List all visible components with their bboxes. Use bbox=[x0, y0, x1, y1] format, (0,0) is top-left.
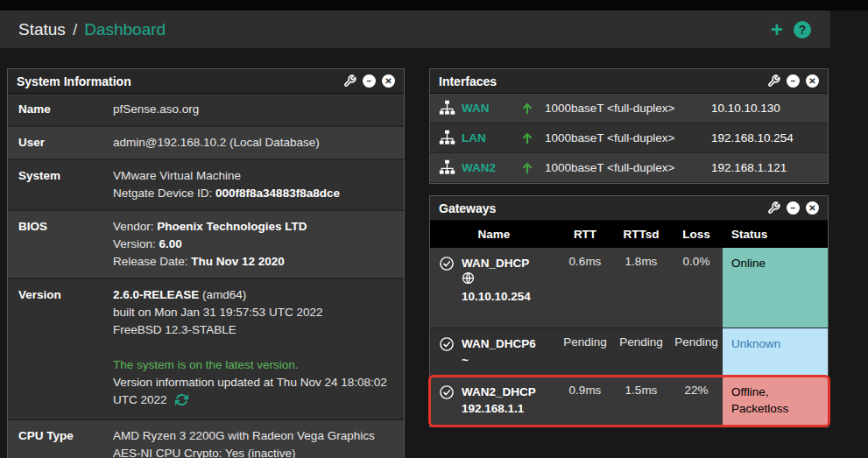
gateway-rtt: Pending bbox=[558, 328, 612, 376]
gateways-table-header: Name RTT RTTsd Loss Status bbox=[430, 221, 828, 248]
gateway-row-wan2-dhcp: WAN2_DHCP 192.168.1.1 0.9ms 1.5ms 22% Of… bbox=[430, 377, 828, 426]
check-circle-icon bbox=[430, 377, 462, 426]
sysinfo-row-bios: BIOS Vendor: Phoenix Technologies LTD Ve… bbox=[8, 211, 404, 279]
arrow-up-icon bbox=[510, 131, 545, 145]
row-value: AMD Ryzen 3 2200G with Radeon Vega Graph… bbox=[106, 420, 404, 458]
sysinfo-row-cpu: CPU Type AMD Ryzen 3 2200G with Radeon V… bbox=[8, 420, 404, 458]
interface-ip: 10.10.10.130 bbox=[711, 102, 819, 115]
sitemap-icon bbox=[439, 100, 456, 116]
gateway-name-cell: WAN2_DHCP 192.168.1.1 bbox=[462, 377, 558, 426]
gateways-header: Gateways − ✕ bbox=[430, 196, 828, 221]
gateway-status-badge: Unknown bbox=[723, 328, 828, 376]
interface-ip: 192.168.1.121 bbox=[711, 161, 819, 174]
interface-link-wan[interactable]: WAN bbox=[462, 102, 510, 115]
sysinfo-row-name: Name pfSense.aso.org bbox=[8, 94, 404, 127]
sysinfo-row-system: System VMware Virtual Machine Netgate De… bbox=[8, 160, 404, 211]
sysinfo-row-user: User admin@192.168.10.2 (Local Database) bbox=[8, 127, 404, 160]
refresh-icon[interactable] bbox=[175, 393, 188, 412]
gateway-rttsd: 1.5ms bbox=[612, 377, 670, 426]
row-value: Vendor: Phoenix Technologies LTD Version… bbox=[106, 211, 404, 278]
sysinfo-row-version: Version 2.6.0-RELEASE (amd64) built on M… bbox=[8, 279, 404, 420]
gateway-loss: 22% bbox=[670, 377, 723, 426]
interface-speed: 1000baseT <full-duplex> bbox=[545, 102, 711, 115]
breadcrumb-section-status[interactable]: Status bbox=[18, 20, 66, 39]
close-icon[interactable]: ✕ bbox=[382, 74, 395, 88]
row-value: VMware Virtual Machine Netgate Device ID… bbox=[106, 160, 404, 209]
gateway-status-badge: Online bbox=[723, 248, 828, 328]
interface-speed: 1000baseT <full-duplex> bbox=[545, 161, 711, 174]
column-header-rttsd: RTTsd bbox=[612, 228, 670, 241]
wrench-icon[interactable] bbox=[343, 74, 356, 88]
interface-link-wan2[interactable]: WAN2 bbox=[462, 161, 510, 174]
breadcrumb-separator: / bbox=[73, 20, 77, 39]
column-header-rtt: RTT bbox=[558, 228, 612, 241]
row-value: 2.6.0-RELEASE (amd64) built on Mon Jan 3… bbox=[106, 279, 404, 419]
breadcrumb: Status / Dashboard + ? bbox=[0, 11, 830, 48]
row-label: Version bbox=[8, 279, 106, 419]
wrench-icon[interactable] bbox=[767, 201, 780, 215]
check-circle-icon bbox=[430, 328, 462, 376]
gateway-row-wan-dhcp6: WAN_DHCP6 ~ Pending Pending Pending Unkn… bbox=[430, 328, 828, 377]
gateway-rttsd: Pending bbox=[612, 328, 670, 376]
system-information-panel: System Information − ✕ Name pfSense.aso.… bbox=[7, 68, 405, 458]
gateway-loss: Pending bbox=[670, 328, 723, 376]
column-header-name: Name bbox=[430, 228, 558, 241]
gateway-row-wan-dhcp: WAN_DHCP 10.10.10.254 0.6ms 1.8ms 0.0% O… bbox=[430, 248, 828, 328]
globe-icon bbox=[462, 271, 558, 288]
row-value: pfSense.aso.org bbox=[106, 94, 404, 125]
interface-row-lan: LAN 1000baseT <full-duplex> 192.168.10.2… bbox=[430, 123, 828, 153]
row-value: admin@192.168.10.2 (Local Database) bbox=[106, 127, 404, 159]
gateway-status-badge: Offline, Packetloss bbox=[723, 377, 828, 426]
minimize-icon[interactable]: − bbox=[363, 74, 376, 88]
help-icon[interactable]: ? bbox=[794, 21, 811, 39]
navbar-bottom-strip bbox=[0, 0, 868, 11]
breadcrumb-page-dashboard[interactable]: Dashboard bbox=[84, 20, 166, 39]
minimize-icon[interactable]: − bbox=[787, 74, 800, 88]
gateway-name-cell: WAN_DHCP6 ~ bbox=[462, 328, 558, 376]
panel-title: System Information bbox=[17, 74, 131, 88]
close-icon[interactable]: ✕ bbox=[806, 74, 819, 88]
panel-title: Interfaces bbox=[439, 74, 497, 88]
row-label: User bbox=[8, 127, 106, 159]
sitemap-icon bbox=[439, 130, 456, 146]
panel-title: Gateways bbox=[439, 201, 496, 215]
latest-version-message: The system is on the latest version. bbox=[113, 356, 393, 374]
column-header-loss: Loss bbox=[670, 228, 723, 241]
arrow-up-icon bbox=[510, 161, 545, 175]
wrench-icon[interactable] bbox=[767, 74, 780, 88]
interfaces-panel: Interfaces − ✕ WAN 1000baseT <full-duple… bbox=[429, 68, 829, 184]
minimize-icon[interactable]: − bbox=[787, 201, 800, 215]
gateways-panel: Gateways − ✕ Name RTT RTTsd Loss Status … bbox=[429, 195, 829, 427]
row-label: BIOS bbox=[8, 211, 106, 278]
close-icon[interactable]: ✕ bbox=[806, 201, 819, 215]
row-label: CPU Type bbox=[8, 420, 106, 458]
add-widget-icon[interactable]: + bbox=[771, 21, 783, 39]
gateway-rtt: 0.6ms bbox=[558, 248, 612, 328]
arrow-up-icon bbox=[510, 102, 545, 116]
system-information-header: System Information − ✕ bbox=[8, 69, 404, 94]
gateway-name-cell: WAN_DHCP 10.10.10.254 bbox=[462, 248, 558, 328]
interface-row-wan: WAN 1000baseT <full-duplex> 10.10.10.130 bbox=[430, 94, 828, 123]
gateway-rttsd: 1.8ms bbox=[612, 248, 670, 328]
gateway-rtt: 0.9ms bbox=[558, 377, 612, 426]
sitemap-icon bbox=[439, 159, 456, 176]
column-header-status: Status bbox=[723, 228, 828, 241]
interface-ip: 192.168.10.254 bbox=[711, 131, 819, 144]
interfaces-header: Interfaces − ✕ bbox=[430, 69, 828, 94]
interface-link-lan[interactable]: LAN bbox=[462, 131, 510, 144]
interface-speed: 1000baseT <full-duplex> bbox=[545, 131, 711, 144]
interface-row-wan2: WAN2 1000baseT <full-duplex> 192.168.1.1… bbox=[430, 153, 828, 183]
row-label: System bbox=[8, 160, 106, 209]
gateway-loss: 0.0% bbox=[670, 248, 723, 328]
row-label: Name bbox=[8, 94, 106, 125]
check-circle-icon bbox=[430, 248, 462, 328]
